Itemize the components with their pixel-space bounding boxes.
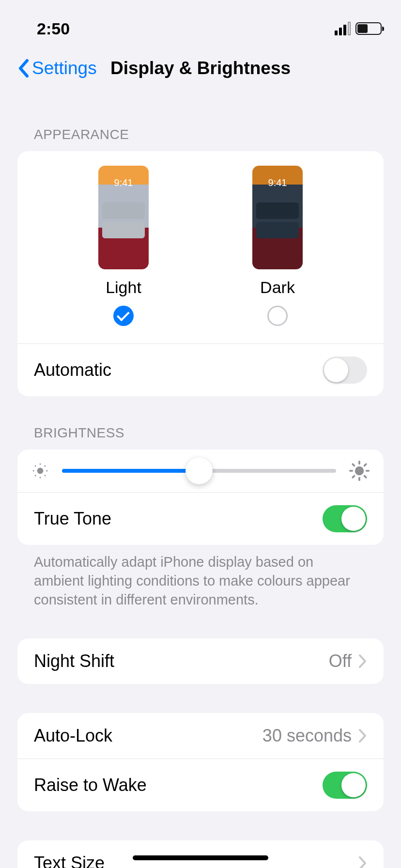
night-shift-label: Night Shift <box>34 651 114 671</box>
auto-lock-row[interactable]: Auto-Lock 30 seconds <box>17 713 384 759</box>
appearance-option-dark[interactable]: 9:41 Dark <box>252 166 303 326</box>
preview-time: 9:41 <box>98 177 149 188</box>
svg-line-17 <box>364 464 366 465</box>
dark-radio[interactable] <box>267 306 288 326</box>
brightness-card: True Tone <box>17 450 384 545</box>
svg-line-8 <box>45 466 46 466</box>
status-time: 2:50 <box>37 19 70 38</box>
back-button[interactable]: Settings <box>17 58 97 78</box>
appearance-options: 9:41 Light 9:41 Dark <box>17 151 384 344</box>
raise-to-wake-row: Raise to Wake <box>17 759 384 811</box>
light-preview: 9:41 <box>98 166 149 269</box>
true-tone-label: True Tone <box>34 509 111 529</box>
dark-label: Dark <box>260 278 295 297</box>
svg-point-9 <box>355 466 364 475</box>
auto-lock-value: 30 seconds <box>262 726 367 746</box>
true-tone-row: True Tone <box>17 493 384 545</box>
brightness-header: BRIGHTNESS <box>0 396 401 450</box>
svg-line-7 <box>35 476 36 476</box>
svg-line-14 <box>353 464 354 465</box>
raise-to-wake-label: Raise to Wake <box>34 775 147 795</box>
brightness-slider[interactable] <box>62 469 336 473</box>
appearance-header: APPEARANCE <box>0 88 401 151</box>
chevron-right-icon <box>358 728 367 743</box>
lock-card: Auto-Lock 30 seconds Raise to Wake <box>17 713 384 811</box>
battery-icon <box>355 22 382 35</box>
brightness-slider-row <box>17 450 384 493</box>
sun-max-icon <box>349 460 370 481</box>
cellular-signal-icon <box>335 22 351 35</box>
svg-line-15 <box>364 476 366 477</box>
svg-line-6 <box>45 476 46 476</box>
home-indicator[interactable] <box>133 855 268 860</box>
text-size-label: Text Size <box>34 853 105 868</box>
back-label: Settings <box>32 58 97 78</box>
brightness-slider-thumb[interactable] <box>185 457 213 484</box>
text-size-row[interactable]: Text Size <box>17 840 384 868</box>
appearance-card: 9:41 Light 9:41 Dark Automatic <box>17 151 384 396</box>
night-shift-value: Off <box>329 651 367 671</box>
true-tone-footer: Automatically adapt iPhone display based… <box>0 545 401 609</box>
light-radio[interactable] <box>113 306 134 326</box>
status-bar: 2:50 <box>0 0 401 44</box>
svg-point-0 <box>37 468 44 474</box>
preview-time: 9:41 <box>252 177 303 188</box>
raise-to-wake-toggle[interactable] <box>323 772 367 799</box>
chevron-right-icon <box>358 654 367 668</box>
text-size-chevron <box>358 856 367 868</box>
text-size-card: Text Size <box>17 840 384 868</box>
automatic-label: Automatic <box>34 360 111 380</box>
auto-lock-label: Auto-Lock <box>34 726 112 746</box>
night-shift-row[interactable]: Night Shift Off <box>17 638 384 684</box>
sun-min-icon <box>31 462 49 480</box>
chevron-left-icon <box>17 59 30 78</box>
page-title: Display & Brightness <box>110 58 291 78</box>
dark-preview: 9:41 <box>252 166 303 269</box>
night-shift-card: Night Shift Off <box>17 638 384 684</box>
svg-line-16 <box>353 476 354 477</box>
true-tone-toggle[interactable] <box>323 505 367 532</box>
automatic-row: Automatic <box>17 344 384 396</box>
appearance-option-light[interactable]: 9:41 Light <box>98 166 149 326</box>
status-indicators <box>335 22 382 35</box>
chevron-right-icon <box>358 856 367 868</box>
nav-bar: Settings Display & Brightness <box>0 44 401 88</box>
light-label: Light <box>106 278 141 297</box>
automatic-toggle[interactable] <box>323 356 367 384</box>
svg-line-5 <box>35 466 36 466</box>
